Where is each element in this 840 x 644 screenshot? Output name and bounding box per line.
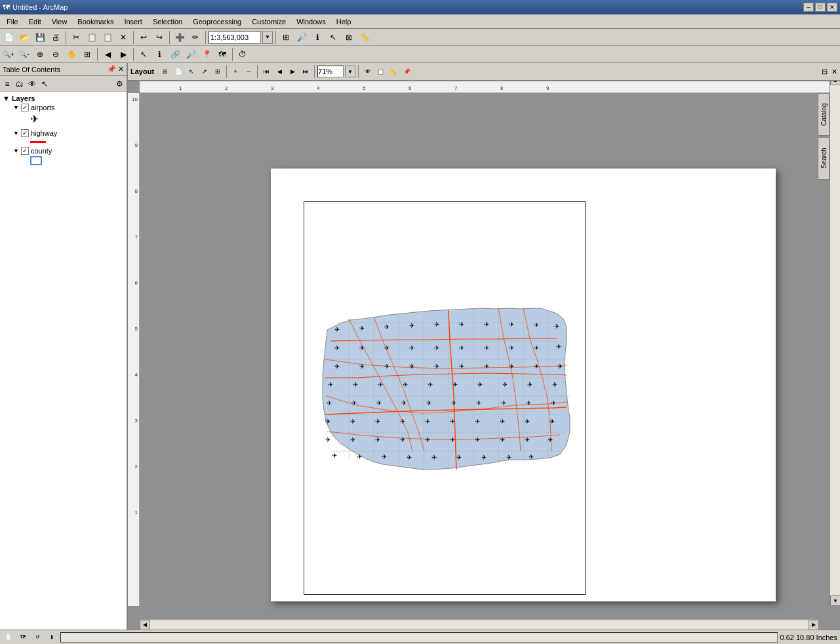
layout-first-page[interactable]: ⏮: [260, 66, 272, 77]
layout-zoom-extent[interactable]: ⊞: [159, 66, 171, 77]
progress-bar: [60, 632, 778, 643]
menu-file[interactable]: File: [1, 16, 24, 27]
scroll-track-v[interactable]: [830, 85, 840, 595]
county-expand: ▼: [13, 148, 19, 154]
layout-zoom-out[interactable]: –: [243, 66, 254, 77]
airport-icon: ✈: [376, 399, 382, 407]
cut-button[interactable]: ✂: [69, 30, 83, 45]
layout-print-preview[interactable]: 👁: [361, 66, 373, 77]
search-tab[interactable]: Search: [818, 137, 830, 180]
menu-edit[interactable]: Edit: [24, 16, 47, 27]
airport-icon: ✈: [431, 454, 437, 461]
toc-src-view[interactable]: 🗂: [14, 78, 26, 90]
toc-close-icon[interactable]: ✕: [118, 65, 124, 73]
fixed-zoom-in[interactable]: ⊕: [33, 47, 47, 62]
find-route-btn[interactable]: 🔎: [184, 47, 198, 62]
layout-select-el[interactable]: ↗: [199, 66, 210, 77]
status-pause-btn[interactable]: ⏸: [46, 632, 58, 643]
toc-options[interactable]: ⚙: [113, 78, 125, 90]
scroll-track-h[interactable]: [150, 620, 809, 630]
toc-list-view[interactable]: ≡: [1, 78, 13, 90]
layout-float-button[interactable]: ⊟: [822, 68, 828, 76]
layout-guides[interactable]: 📐: [388, 66, 399, 77]
close-button[interactable]: ✕: [827, 3, 837, 12]
full-extent-button[interactable]: ⊞: [279, 30, 293, 45]
find-button[interactable]: 🔎: [294, 30, 309, 45]
layout-next-page[interactable]: ▶: [287, 66, 298, 77]
measure-button[interactable]: 📏: [357, 30, 372, 45]
minimize-button[interactable]: –: [803, 3, 814, 12]
layout-select[interactable]: ↖: [186, 66, 197, 77]
menu-view[interactable]: View: [47, 16, 73, 27]
save-button[interactable]: 💾: [33, 30, 47, 45]
open-button[interactable]: 📂: [17, 30, 31, 45]
paste-button[interactable]: 📋: [100, 30, 115, 45]
forward-extent[interactable]: ▶: [116, 47, 130, 62]
toc-pin-icon[interactable]: 📌: [107, 65, 116, 73]
layout-snap[interactable]: 📌: [401, 66, 412, 77]
pan-button[interactable]: ✋: [64, 47, 79, 62]
catalog-tab[interactable]: Catalog: [818, 93, 830, 136]
county-checkbox[interactable]: [21, 147, 29, 155]
copy-button[interactable]: 📋: [85, 30, 99, 45]
menu-windows[interactable]: Windows: [291, 16, 331, 27]
select-button[interactable]: ↖: [326, 30, 340, 45]
menu-help[interactable]: Help: [331, 16, 357, 27]
airports-checkbox[interactable]: [21, 104, 29, 111]
menu-customize[interactable]: Customize: [247, 16, 291, 27]
layout-title: Layout: [130, 68, 154, 75]
undo-button[interactable]: ↩: [136, 30, 151, 45]
hyperlink-btn[interactable]: 🔗: [168, 47, 182, 62]
maximize-button[interactable]: □: [815, 3, 826, 12]
select-features[interactable]: ↖: [136, 47, 151, 62]
window-controls[interactable]: – □ ✕: [803, 3, 837, 12]
toc-layers-header[interactable]: ▼ Layers: [3, 94, 124, 102]
menu-insert[interactable]: Insert: [119, 16, 148, 27]
layout-last-page[interactable]: ⏭: [300, 66, 311, 77]
status-layout-btn[interactable]: 📄: [3, 632, 14, 643]
airport-icon: ✈: [403, 381, 408, 388]
layout-prev-page[interactable]: ◀: [273, 66, 285, 77]
toc-vis-view[interactable]: 👁: [26, 78, 38, 90]
full-extent-btn2[interactable]: ⊞: [80, 47, 94, 62]
highway-expand: ▼: [13, 130, 19, 136]
layout-page-extent[interactable]: 📄: [172, 66, 184, 77]
zoom-out-button[interactable]: 🔍-: [17, 47, 31, 62]
layout-view[interactable]: ✈ ✈ ✈ ✈ ✈ ✈ ✈ ✈ ✈ ✈ ✈ ✈: [140, 93, 819, 616]
redo-button[interactable]: ↪: [152, 30, 167, 45]
zoom-in-button[interactable]: 🔍+: [1, 47, 16, 62]
toc-sel-view[interactable]: ↖: [39, 78, 50, 90]
map-vscrollbar[interactable]: ▲ ▼: [830, 75, 840, 606]
add-data-button[interactable]: ➕: [172, 30, 187, 45]
map-area[interactable]: Layout ⊞ 📄 ↖ ↗ ⊞ + – ⏮ ◀ ▶ ⏭ ▼ 👁 📋 📐 📌 ⊟…: [128, 63, 840, 630]
identify-button[interactable]: ℹ: [310, 30, 325, 45]
find-place-btn[interactable]: 📍: [199, 47, 214, 62]
status-data-btn[interactable]: 🗺: [17, 632, 29, 643]
print-button[interactable]: 🖨: [49, 30, 63, 45]
layout-zoom-input[interactable]: [317, 66, 344, 77]
highway-checkbox[interactable]: [21, 129, 29, 137]
menu-geoprocessing[interactable]: Geoprocessing: [188, 16, 247, 27]
delete-button[interactable]: ✕: [116, 30, 130, 45]
scroll-down-button[interactable]: ▼: [830, 595, 840, 606]
layout-select-all[interactable]: ⊞: [212, 66, 224, 77]
fixed-zoom-out[interactable]: ⊖: [49, 47, 63, 62]
editor-button[interactable]: ✏: [188, 30, 203, 45]
identify-btn2[interactable]: ℹ: [152, 47, 167, 62]
status-refresh-btn[interactable]: ↺: [31, 632, 43, 643]
layout-add-frame[interactable]: 📋: [374, 66, 386, 77]
clear-select-button[interactable]: ⊠: [342, 30, 356, 45]
layout-zoom-dropdown[interactable]: ▼: [345, 66, 355, 77]
menu-bookmarks[interactable]: Bookmarks: [72, 16, 119, 27]
back-extent[interactable]: ◀: [100, 47, 115, 62]
scroll-right-button[interactable]: ▶: [809, 620, 819, 630]
scroll-left-button[interactable]: ◀: [140, 620, 150, 630]
scale-dropdown[interactable]: ▼: [262, 31, 273, 44]
layout-zoom-in[interactable]: +: [230, 66, 241, 77]
scale-input[interactable]: [209, 31, 261, 44]
new-button[interactable]: 📄: [1, 30, 16, 45]
go-to-xy-btn[interactable]: 🗺: [215, 47, 230, 62]
layout-close-button[interactable]: ✕: [831, 68, 837, 76]
time-slider-btn[interactable]: ⏱: [235, 47, 250, 62]
menu-selection[interactable]: Selection: [148, 16, 188, 27]
